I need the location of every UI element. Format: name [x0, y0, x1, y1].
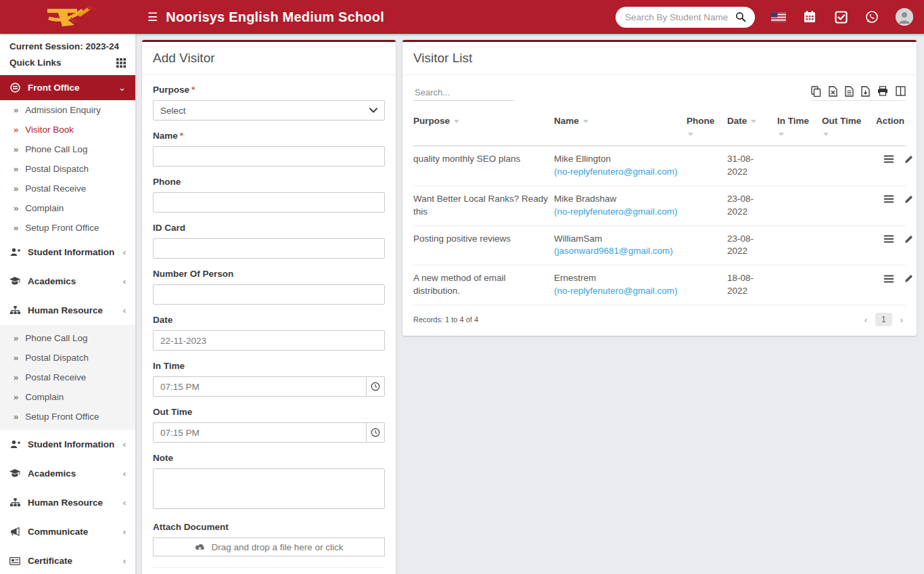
sidebar-item-setup-front-office-2[interactable]: »Setup Front Office	[0, 407, 135, 426]
row-menu-icon[interactable]	[884, 235, 894, 243]
row-menu-icon[interactable]	[884, 195, 894, 203]
file-dropzone[interactable]: Drag and drop a file here or click	[153, 537, 385, 556]
cell-date: 18-08-2022	[727, 265, 777, 305]
date-input[interactable]	[153, 330, 385, 351]
sidebar-item-human-resource[interactable]: Human Resource ‹	[0, 296, 135, 325]
sidebar-item-postal-dispatch-2[interactable]: »Postal Dispatch	[0, 348, 135, 368]
col-header-in-time[interactable]: In Time	[777, 110, 822, 146]
sub-item-label: Postal Dispatch	[25, 353, 89, 363]
sub-item-label: Complain	[25, 392, 64, 402]
copy-icon[interactable]	[811, 86, 821, 97]
row-menu-icon[interactable]	[884, 275, 894, 283]
sidebar-item-visitor-book[interactable]: »Visitor Book	[0, 120, 135, 139]
in-time-input[interactable]	[153, 376, 366, 397]
clock-icon[interactable]	[366, 422, 385, 443]
angle-double-right-icon: »	[14, 105, 18, 115]
table-row: Posting positive reviews WilliamSam(jaso…	[413, 225, 906, 265]
out-time-input[interactable]	[153, 422, 366, 443]
clock-icon[interactable]	[366, 376, 385, 397]
cell-purpose: Want Better Local Ranks? Ready this	[413, 185, 554, 225]
task-check-icon[interactable]	[833, 9, 848, 24]
school-logo[interactable]	[0, 0, 135, 34]
pdf-file-icon[interactable]	[861, 86, 870, 97]
sidebar-item-student-information[interactable]: Student Information ‹	[0, 238, 135, 267]
sidebar-item-front-office[interactable]: Front Office ⌄	[0, 75, 135, 100]
sidebar-item-academics-2[interactable]: Academics ‹	[0, 459, 135, 488]
angle-double-right-icon: »	[14, 223, 18, 233]
sidebar-item-label: Human Resource	[28, 498, 123, 508]
sidebar-item-complain-2[interactable]: »Complain	[0, 387, 135, 407]
next-page-arrow[interactable]: ›	[898, 315, 906, 325]
edit-pencil-icon[interactable]	[904, 235, 913, 244]
calendar-icon[interactable]	[802, 9, 817, 24]
edit-pencil-icon[interactable]	[904, 155, 913, 164]
sidebar-item-postal-receive[interactable]: »Postal Receive	[0, 179, 135, 198]
main-content: Add Visitor Purpose* Select Name*	[135, 34, 924, 574]
menu-toggle-icon[interactable]: ☰	[147, 12, 158, 23]
sub-item-label: Phone Call Log	[25, 144, 87, 154]
note-textarea[interactable]	[153, 468, 385, 509]
sidebar-item-complain[interactable]: »Complain	[0, 198, 135, 218]
sidebar-item-setup-front-office[interactable]: »Setup Front Office	[0, 218, 135, 238]
row-menu-icon[interactable]	[884, 155, 894, 163]
language-flag-icon[interactable]	[771, 9, 786, 24]
sidebar-item-postal-receive-2[interactable]: »Postal Receive	[0, 368, 135, 387]
col-header-name[interactable]: Name	[554, 110, 687, 146]
pagination: ‹ 1 ›	[862, 313, 906, 326]
table-search-input[interactable]	[413, 85, 513, 101]
table-row: A new method of email distribution. Erne…	[413, 265, 906, 305]
columns-icon[interactable]	[896, 86, 906, 97]
sidebar-item-certificate[interactable]: Certificate ‹	[0, 546, 135, 574]
sidebar-item-human-resource-2[interactable]: Human Resource ‹	[0, 488, 135, 517]
sidebar-item-communicate[interactable]: Communicate ‹	[0, 517, 135, 546]
number-of-person-input[interactable]	[153, 284, 385, 305]
visitor-list-card: Visitor List	[402, 40, 917, 336]
table-row: Want Better Local Ranks? Ready this Mike…	[413, 185, 906, 225]
col-header-date[interactable]: Date	[727, 110, 777, 146]
sort-icon	[823, 133, 829, 136]
visitor-email-link[interactable]: (jasonward9681@gmail.com)	[554, 245, 673, 258]
excel-icon[interactable]	[829, 86, 837, 97]
edit-pencil-icon[interactable]	[904, 274, 913, 283]
student-search-input[interactable]	[625, 12, 733, 22]
visitor-email-link[interactable]: (no-replyfenutero@gmail.com)	[554, 166, 678, 179]
prev-page-arrow[interactable]: ‹	[862, 315, 870, 325]
user-avatar[interactable]	[896, 8, 913, 26]
cell-out-time	[822, 146, 876, 186]
sidebar-item-postal-dispatch[interactable]: »Postal Dispatch	[0, 159, 135, 179]
id-card-input[interactable]	[153, 238, 385, 259]
sidebar-item-admission-enquiry[interactable]: »Admission Enquiry	[0, 100, 135, 120]
col-header-purpose[interactable]: Purpose	[413, 110, 554, 146]
whatsapp-icon[interactable]	[864, 9, 879, 24]
name-input[interactable]	[153, 146, 385, 167]
print-icon[interactable]	[877, 86, 888, 97]
sort-icon	[751, 120, 756, 123]
angle-double-right-icon: »	[14, 203, 18, 213]
sidebar-item-label: Front Office	[28, 83, 118, 93]
sidebar-item-phone-call-log[interactable]: »Phone Call Log	[0, 139, 135, 159]
sidebar-item-phone-call-log-2[interactable]: »Phone Call Log	[0, 328, 135, 348]
sidebar-item-student-information-2[interactable]: Student Information ‹	[0, 430, 135, 459]
col-header-action: Action	[876, 110, 906, 146]
visitor-email-link[interactable]: (no-replyfenutero@gmail.com)	[554, 285, 678, 298]
phone-input[interactable]	[153, 192, 385, 213]
purpose-select[interactable]: Select	[153, 100, 385, 120]
col-header-out-time[interactable]: Out Time	[822, 110, 876, 146]
search-icon[interactable]	[733, 9, 748, 24]
page-number[interactable]: 1	[875, 313, 892, 326]
angle-double-right-icon: »	[14, 353, 18, 363]
cell-name: Mike Bradshaw(no-replyfenutero@gmail.com…	[554, 185, 687, 225]
visitor-email-link[interactable]: (no-replyfenutero@gmail.com)	[554, 206, 678, 219]
quick-links-grid-icon[interactable]	[116, 58, 126, 68]
cell-out-time	[822, 225, 876, 265]
angle-double-right-icon: »	[14, 392, 18, 402]
school-logo-icon	[35, 3, 100, 30]
table-header-row: Purpose Name Phone Date In Time Out Time…	[413, 110, 906, 146]
note-label: Note	[153, 453, 385, 463]
edit-pencil-icon[interactable]	[904, 195, 913, 204]
number-of-person-label: Number Of Person	[153, 269, 385, 279]
sidebar-item-academics[interactable]: Academics ‹	[0, 267, 135, 296]
csv-file-icon[interactable]	[845, 86, 854, 97]
col-header-phone[interactable]: Phone	[687, 110, 727, 146]
quick-links-row: Quick Links	[0, 53, 135, 75]
